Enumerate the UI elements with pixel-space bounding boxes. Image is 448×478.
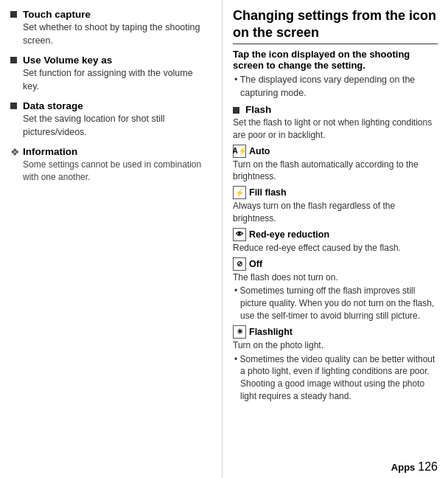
square-bullet-icon	[10, 57, 17, 63]
auto-icon: A⚡	[233, 145, 246, 158]
flash-off-item: ⊘ Off The flash does not turn on. Someti…	[233, 257, 438, 322]
volume-key-title: Use Volume key as	[23, 55, 211, 66]
fill-flash-icon: ⚡	[233, 186, 246, 199]
square-bullet-icon	[10, 103, 17, 109]
flash-title: Flash	[245, 104, 271, 115]
fill-flash-desc: Always turn on the flash regardless of t…	[233, 200, 438, 225]
fill-flash-row: ⚡ Fill flash	[233, 186, 438, 199]
red-eye-icon: 👁	[233, 228, 246, 241]
flash-off-note: Sometimes turning off the flash improves…	[233, 285, 438, 322]
flashlight-note: Sometimes the video quality can be bette…	[233, 353, 438, 403]
data-storage-title: Data storage	[23, 100, 211, 111]
flashlight-row: ☀ Flashlight	[233, 325, 438, 339]
flashlight-icon: ☀	[233, 325, 246, 339]
information-block: ❖ Information Some settings cannot be us…	[10, 146, 211, 184]
apps-label: Apps	[391, 462, 416, 473]
flash-off-label: Off	[249, 259, 262, 269]
page-title: Changing settings from the icon on the s…	[233, 7, 438, 44]
touch-capture-title: Touch capture	[23, 9, 211, 20]
flashlight-label: Flashlight	[249, 327, 293, 337]
intro-bullet: The displayed icons vary depending on th…	[233, 74, 438, 100]
red-eye-desc: Reduce red-eye effect caused by the flas…	[233, 242, 438, 254]
flash-off-icon: ⊘	[233, 257, 246, 271]
flash-desc: Set the flash to light or not when light…	[233, 117, 438, 142]
diamond-bullet-icon: ❖	[10, 146, 20, 158]
flash-off-desc: The flash does not turn on.	[233, 271, 438, 284]
flashlight-desc: Turn on the photo light.	[233, 339, 438, 352]
flash-off-row: ⊘ Off	[233, 257, 438, 271]
data-storage-item: Data storage Set the saving location for…	[10, 100, 211, 139]
right-panel: Changing settings from the icon on the s…	[223, 0, 448, 478]
volume-key-desc: Set function for assigning with the volu…	[23, 67, 211, 93]
flash-header: Flash	[233, 104, 438, 115]
data-storage-desc: Set the saving location for shot still p…	[23, 113, 211, 139]
volume-key-item: Use Volume key as Set function for assig…	[10, 55, 211, 93]
red-eye-row: 👁 Red-eye reduction	[233, 228, 438, 241]
tap-instruction: Tap the icon displayed on the shooting s…	[233, 49, 438, 71]
touch-capture-item: Touch capture Set whether to shoot by ta…	[10, 9, 211, 47]
page-number: 126	[418, 460, 438, 474]
information-label: Information	[23, 146, 211, 157]
flash-bullet-icon	[233, 107, 239, 114]
flash-section: Flash Set the flash to light or not when…	[233, 104, 438, 403]
fill-flash-item: ⚡ Fill flash Always turn on the flash re…	[233, 186, 438, 225]
flashlight-item: ☀ Flashlight Turn on the photo light. So…	[233, 325, 438, 403]
red-eye-item: 👁 Red-eye reduction Reduce red-eye effec…	[233, 228, 438, 254]
information-note: Some settings cannot be used in combinat…	[23, 159, 211, 184]
left-panel: Touch capture Set whether to shoot by ta…	[0, 0, 223, 478]
fill-flash-label: Fill flash	[249, 187, 287, 198]
red-eye-label: Red-eye reduction	[249, 229, 329, 240]
flash-auto-row: A⚡ Auto	[233, 145, 438, 158]
auto-label: Auto	[249, 146, 270, 156]
auto-desc: Turn on the flash automatically accordin…	[233, 159, 438, 184]
flash-auto-item: A⚡ Auto Turn on the flash automatically …	[233, 145, 438, 184]
touch-capture-desc: Set whether to shoot by taping the shoot…	[23, 21, 211, 47]
page-footer: Apps 126	[391, 460, 438, 474]
square-bullet-icon	[10, 11, 17, 18]
